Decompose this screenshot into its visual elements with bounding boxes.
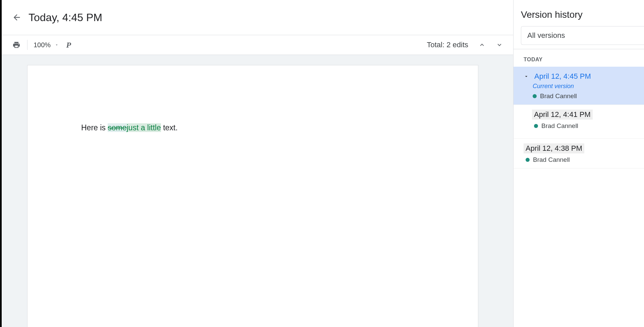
version-history-sidebar: Version history All versions TODAY April… bbox=[513, 0, 644, 327]
page-title: Today, 4:45 PM bbox=[29, 11, 102, 24]
toolbar: 100% P Total: 2 edits bbox=[2, 35, 513, 55]
collapse-button[interactable] bbox=[524, 74, 529, 79]
version-item[interactable]: April 12, 4:38 PM Brad Cannell bbox=[514, 139, 644, 169]
document-page: Here is somejust a little text. bbox=[27, 65, 478, 327]
total-edits-label: Total: 2 edits bbox=[427, 41, 468, 49]
paint-format-button[interactable]: P bbox=[66, 41, 71, 50]
author-name: Brad Cannell bbox=[541, 122, 578, 130]
triangle-down-icon bbox=[524, 74, 529, 79]
document-text: Here is somejust a little text. bbox=[81, 122, 424, 133]
author-color-dot bbox=[534, 124, 538, 128]
version-list: April 12, 4:45 PM Current version Brad C… bbox=[514, 67, 644, 327]
arrow-left-icon bbox=[12, 13, 21, 22]
version-author: Brad Cannell bbox=[534, 122, 637, 130]
toolbar-left: 100% P bbox=[12, 40, 71, 50]
edit-nav bbox=[478, 41, 503, 49]
filter-label: All versions bbox=[527, 31, 565, 40]
author-name: Brad Cannell bbox=[533, 156, 570, 164]
author-color-dot bbox=[533, 94, 537, 98]
zoom-dropdown[interactable]: 100% bbox=[34, 41, 59, 49]
section-today-label: TODAY bbox=[514, 49, 644, 67]
version-item-child[interactable]: April 12, 4:41 PM Brad Cannell bbox=[514, 105, 644, 134]
version-filter-dropdown[interactable]: All versions bbox=[521, 26, 644, 45]
author-color-dot bbox=[526, 158, 530, 162]
caret-down-icon bbox=[55, 43, 59, 47]
version-item-current[interactable]: April 12, 4:45 PM Current version Brad C… bbox=[514, 67, 644, 105]
version-time: April 12, 4:45 PM bbox=[532, 71, 593, 81]
doc-inserted-text: just a little bbox=[127, 123, 161, 132]
version-row: April 12, 4:41 PM bbox=[532, 110, 637, 120]
toolbar-separator bbox=[27, 40, 28, 50]
header: Today, 4:45 PM bbox=[2, 0, 513, 35]
print-button[interactable] bbox=[12, 40, 21, 50]
version-subtitle: Current version bbox=[533, 83, 637, 90]
version-time: April 12, 4:41 PM bbox=[532, 110, 593, 120]
version-author: Brad Cannell bbox=[526, 156, 637, 164]
version-row: April 12, 4:38 PM bbox=[524, 143, 637, 153]
chevron-down-icon bbox=[496, 41, 503, 49]
back-button[interactable] bbox=[12, 12, 22, 22]
version-row: April 12, 4:45 PM bbox=[524, 71, 637, 81]
sidebar-title: Version history bbox=[521, 9, 637, 20]
print-icon bbox=[12, 41, 20, 49]
prev-edit-button[interactable] bbox=[478, 41, 486, 49]
toolbar-right: Total: 2 edits bbox=[427, 41, 503, 49]
next-edit-button[interactable] bbox=[496, 41, 503, 49]
zoom-value: 100% bbox=[34, 41, 51, 49]
main-area: Today, 4:45 PM 100% P Total: 2 edits bbox=[2, 0, 513, 327]
sidebar-header: Version history bbox=[514, 0, 644, 26]
chevron-up-icon bbox=[478, 41, 486, 49]
child-version-group: April 12, 4:41 PM Brad Cannell bbox=[514, 105, 644, 139]
document-canvas[interactable]: Here is somejust a little text. bbox=[2, 55, 513, 327]
doc-text-before: Here is bbox=[81, 123, 108, 132]
author-name: Brad Cannell bbox=[540, 92, 577, 100]
doc-text-after: text. bbox=[161, 123, 178, 132]
version-time: April 12, 4:38 PM bbox=[524, 143, 584, 153]
doc-deleted-text: some bbox=[108, 123, 126, 132]
version-author: Brad Cannell bbox=[533, 92, 637, 100]
